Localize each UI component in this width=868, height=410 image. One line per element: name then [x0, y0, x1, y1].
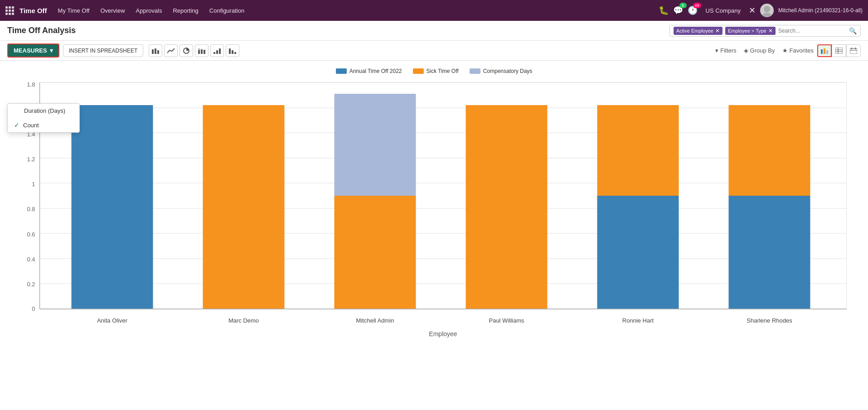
- svg-rect-15: [234, 52, 236, 54]
- avatar: [760, 4, 774, 17]
- tag-employee-type-label: Employee > Type: [728, 28, 766, 34]
- svg-text:1.8: 1.8: [27, 81, 35, 88]
- svg-rect-4: [157, 50, 159, 54]
- page-title: Time Off Analysis: [7, 26, 76, 35]
- bar-chart: 0 0.2 0.4 0.6 0.8 1 1.2 1.4 1.6 1.8 Anit…: [9, 78, 859, 341]
- group-by-button[interactable]: ◈ Group By: [744, 47, 775, 54]
- svg-rect-16: [821, 49, 823, 54]
- svg-rect-10: [213, 52, 215, 54]
- calendar-view-button[interactable]: [846, 44, 861, 57]
- table-view-button[interactable]: [832, 44, 846, 57]
- tag-employee-type[interactable]: Employee > Type ✕: [725, 27, 776, 35]
- star-icon: ★: [782, 47, 788, 54]
- search-bar[interactable]: Active Employee ✕ Employee > Type ✕ 🔍: [669, 25, 861, 37]
- pie-chart-button[interactable]: [179, 44, 193, 57]
- chat-icon-btn[interactable]: 💬 6: [673, 5, 683, 15]
- nav-my-time-off[interactable]: My Time Off: [53, 5, 94, 17]
- svg-text:0.4: 0.4: [27, 256, 35, 263]
- filter-group: ▾ Filters ◈ Group By ★ Favorites: [715, 47, 814, 54]
- bar-ronnie-annual[interactable]: [597, 196, 679, 309]
- measures-chevron-icon: ▾: [50, 47, 53, 54]
- bar-anita-annual[interactable]: [72, 105, 153, 309]
- bar-sharlene-sick[interactable]: [729, 105, 810, 196]
- tag-active-employee-close[interactable]: ✕: [715, 28, 720, 34]
- svg-text:Anita Oliver: Anita Oliver: [97, 317, 128, 324]
- bar-view-button[interactable]: [817, 44, 832, 57]
- insert-spreadsheet-button[interactable]: INSERT IN SPREADSHEET: [63, 44, 144, 57]
- svg-text:Ronnie Hart: Ronnie Hart: [622, 317, 654, 324]
- filters-label: Filters: [720, 47, 736, 54]
- company-name[interactable]: US Company: [706, 7, 741, 14]
- app-title: Time Off: [19, 7, 47, 14]
- svg-rect-12: [219, 48, 221, 54]
- measures-label: MEASURES: [14, 47, 47, 54]
- count-check-icon: ✓: [14, 121, 19, 129]
- activity-icon-btn[interactable]: 🕐 49: [688, 5, 698, 15]
- chat-badge: 6: [679, 3, 687, 8]
- svg-rect-7: [198, 48, 200, 50]
- legend-sick: Sick Time Off: [413, 68, 459, 74]
- chart-type-buttons: [149, 44, 239, 57]
- favorites-label: Favorites: [790, 47, 814, 54]
- svg-text:0.6: 0.6: [27, 231, 35, 238]
- filters-button[interactable]: ▾ Filters: [715, 47, 736, 54]
- line-chart-button[interactable]: [164, 44, 178, 57]
- legend-sick-color: [413, 68, 424, 74]
- svg-text:0.8: 0.8: [27, 206, 35, 212]
- nav-reporting[interactable]: Reporting: [168, 5, 203, 17]
- tag-active-employee[interactable]: Active Employee ✕: [674, 27, 723, 35]
- dropdown-item-duration[interactable]: Duration (Days): [8, 104, 79, 118]
- svg-text:1.2: 1.2: [27, 156, 35, 163]
- settings-icon-btn[interactable]: ✕: [749, 5, 756, 15]
- group-by-label: Group By: [750, 47, 775, 54]
- tag-employee-type-close[interactable]: ✕: [768, 28, 773, 34]
- svg-rect-6: [198, 50, 200, 54]
- bar-ronnie-sick[interactable]: [597, 105, 679, 196]
- bar-mitchell-comp[interactable]: [335, 94, 416, 196]
- bar-sharlene-annual[interactable]: [729, 196, 810, 309]
- app-logo[interactable]: Time Off: [5, 6, 47, 15]
- user-avatar[interactable]: [760, 4, 774, 17]
- toolbar: MEASURES ▾ Duration (Days) ✓ Count INSER…: [0, 41, 868, 61]
- svg-text:Marc Demo: Marc Demo: [228, 317, 259, 324]
- svg-rect-8: [201, 49, 203, 54]
- legend-compensatory: Compensatory Days: [470, 68, 533, 74]
- nav-configuration[interactable]: Configuration: [205, 5, 249, 17]
- svg-text:1: 1: [32, 181, 35, 188]
- svg-rect-19: [835, 48, 843, 54]
- nav-approvals[interactable]: Approvals: [131, 5, 167, 17]
- svg-rect-14: [232, 50, 233, 54]
- favorites-button[interactable]: ★ Favorites: [782, 47, 814, 54]
- group-by-icon: ◈: [744, 47, 748, 54]
- bug-icon-btn[interactable]: 🐛: [659, 5, 669, 15]
- svg-point-1: [762, 13, 772, 17]
- bar-marc-sick[interactable]: [203, 105, 285, 309]
- search-input[interactable]: [778, 28, 846, 34]
- bar-paul-sick[interactable]: [466, 105, 548, 309]
- svg-text:0: 0: [32, 305, 35, 312]
- stacked-chart-button[interactable]: [195, 44, 209, 57]
- sort-desc-button[interactable]: [226, 44, 239, 57]
- legend-annual: Annual Time Off 2022: [336, 68, 402, 74]
- x-axis-label: Employee: [429, 330, 457, 338]
- activity-badge: 49: [693, 3, 701, 8]
- bar-chart-button[interactable]: [149, 44, 162, 57]
- dropdown-item-count[interactable]: ✓ Count: [8, 118, 79, 132]
- count-label: Count: [23, 122, 39, 129]
- duration-label: Duration (Days): [24, 107, 65, 114]
- svg-rect-28: [40, 82, 847, 309]
- sort-asc-button[interactable]: [210, 44, 224, 57]
- legend-annual-color: [336, 68, 347, 74]
- chart-svg: 0 0.2 0.4 0.6 0.8 1 1.2 1.4 1.6 1.8 Anit…: [9, 78, 859, 341]
- search-icon[interactable]: 🔍: [849, 27, 857, 34]
- svg-rect-17: [824, 48, 825, 54]
- measures-button[interactable]: MEASURES ▾: [7, 43, 59, 58]
- nav-overview[interactable]: Overview: [96, 5, 129, 17]
- filter-icon: ▾: [715, 47, 718, 54]
- svg-text:Mitchell Admin: Mitchell Admin: [356, 317, 394, 324]
- bar-mitchell-sick[interactable]: [335, 196, 416, 309]
- svg-text:Paul Williams: Paul Williams: [489, 317, 524, 324]
- svg-rect-3: [155, 48, 156, 54]
- svg-text:0.2: 0.2: [27, 281, 35, 288]
- svg-point-0: [764, 6, 770, 12]
